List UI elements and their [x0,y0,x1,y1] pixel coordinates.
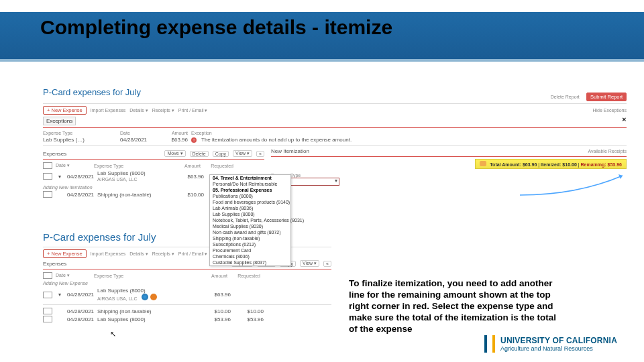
logo-bar-blue [484,335,487,353]
expense-type-dropdown[interactable]: 04. Travel & Entertainment Personal/Do N… [209,174,291,266]
submit-report-button[interactable]: Submit Report [586,93,627,101]
dropdown-option[interactable]: Custodial Supplies (8037) [210,259,290,265]
available-receipts-link[interactable]: Available Receipts [588,149,627,154]
new-expense-button[interactable]: + New Expense [43,106,87,115]
dropdown-option[interactable]: Non-cash award and gifts (8072) [210,229,290,235]
receipt-icon [480,161,486,166]
exceptions-header-row: Expense Type Date Amount Exception [43,130,627,136]
view-button[interactable]: View ▾ [300,260,319,267]
logo-bar-gold [492,335,495,353]
expand-button[interactable]: « [256,151,264,157]
checkbox[interactable] [43,162,52,169]
expenses-header-row: Date ▾ Expense Type Amount Requested [43,162,264,170]
exception-row: Lab Supplies (…) 04/28/2021 $63.96 ! The… [43,136,627,143]
slide-title: Completing expense details - itemize [40,16,392,39]
expenses-header-row: Date ▾ Expense Type Amount Requested [43,272,331,280]
footer-logo: UNIVERSITY OF CALIFORNIA Agriculture and… [484,335,617,353]
page-header: P-Card expenses for July [43,87,141,97]
adding-new-label: Adding New Expense [43,281,331,286]
footer-line1: UNIVERSITY OF CALIFORNIA [500,336,617,345]
delete-button[interactable]: Delete [190,151,209,157]
cursor-icon: ↖ [110,330,331,339]
expand-button[interactable]: « [323,261,331,267]
alert-icon: ! [191,137,197,143]
checkbox[interactable] [43,292,52,298]
dropdown-option[interactable]: Medical Supplies (8030) [210,223,290,229]
hide-exceptions-link[interactable]: Hide Exceptions [592,108,627,113]
accent-bar [0,59,644,62]
list-item: 04/28/2021 Lab Supplies (8000) $53.96 $5… [43,315,331,323]
menu-print[interactable]: Print / Email ▾ [178,251,208,257]
dropdown-option[interactable]: Food and beverages products (9140) [210,199,290,205]
exceptions-label: Exceptions [43,117,76,125]
copy-button[interactable]: Copy [213,151,229,157]
footer-line2: Agriculture and Natural Resources [500,345,617,352]
list-item: 04/28/2021 Shipping (non-taxable) $10.00… [43,307,331,315]
dropdown-option[interactable]: Procurement Card [210,247,290,253]
chevron-down-icon[interactable]: ▾ [56,174,64,180]
menu-details[interactable]: Details ▾ [129,108,148,113]
chevron-down-icon[interactable]: ▾ [56,292,64,298]
checkbox[interactable] [43,272,52,279]
menu-receipts[interactable]: Receipts ▾ [152,108,174,113]
menu-receipts[interactable]: Receipts ▾ [152,251,174,257]
card-icon [150,294,157,300]
dropdown-option[interactable]: Shipping (non-taxable) [210,235,290,241]
dropdown-option[interactable]: Chemicals (8036) [210,253,290,259]
expense-row[interactable]: ▾ 04/28/2021 Lab Supplies (8000) AIRGAS … [43,287,331,302]
totals-strip: Total Amount: $63.96 | Itemized: $10.00 … [475,159,627,169]
menu-import[interactable]: Import Expenses [91,251,126,256]
dropdown-option[interactable]: Lab Supplies (8000) [210,211,290,217]
pointer-arrow [517,172,631,198]
delete-report-link[interactable]: Delete Report [551,95,580,99]
expenses-label: Expenses [43,151,66,157]
dropdown-option[interactable]: Personal/Do Not Reimbursable [210,181,290,187]
dropdown-option[interactable]: Publications (8000) [210,193,290,199]
new-expense-button[interactable]: + New Expense [43,249,87,258]
dropdown-option[interactable]: Subscriptions (6212) [210,241,290,247]
callout-text: To finalize itemization, you need to add… [349,278,557,335]
close-icon[interactable]: ✕ [622,117,627,123]
dropdown-option[interactable]: Notebook, Tablet, Parts, Accessories (80… [210,217,290,223]
dropdown-option[interactable]: Lab Animals (8036) [210,205,290,211]
checkbox[interactable] [43,191,52,198]
move-button[interactable]: Move ▾ [164,150,185,157]
checkbox[interactable] [43,308,52,314]
checkbox[interactable] [43,173,52,180]
checkbox[interactable] [43,316,52,322]
receipt-icon [142,294,148,300]
menu-details[interactable]: Details ▾ [129,251,148,257]
menu-import[interactable]: Import Expenses [91,108,126,113]
view-button[interactable]: View ▾ [233,150,252,157]
menu-print[interactable]: Print / Email ▾ [178,108,208,113]
expenses-label: Expenses [43,261,66,267]
slide-body: P-Card expenses for July Delete Report S… [0,74,644,342]
new-itemization-label: New Itemization [271,148,309,154]
